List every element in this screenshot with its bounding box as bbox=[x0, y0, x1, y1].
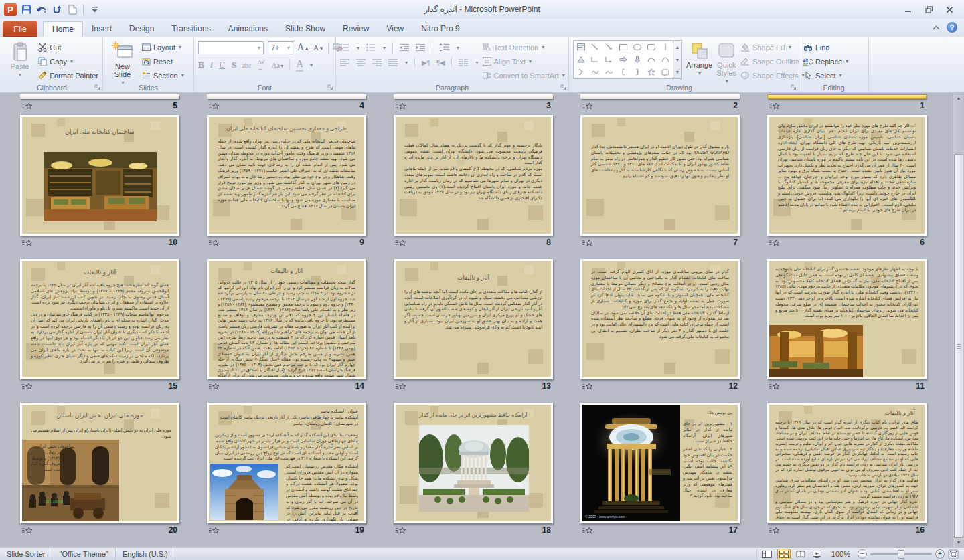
redo-icon[interactable] bbox=[51, 3, 63, 15]
layout-button[interactable]: Layout▾ bbox=[142, 41, 184, 53]
slide-1-selection-edge[interactable] bbox=[767, 94, 927, 99]
slide-15-thumbnail[interactable]: آثار و تالیفات همان گونه که اشاره شد، هی… bbox=[20, 259, 179, 379]
shapes-gallery[interactable] bbox=[573, 40, 673, 79]
font-dialog-launcher-icon[interactable] bbox=[327, 84, 333, 90]
transition-star-icon[interactable] bbox=[396, 239, 406, 246]
transition-star-icon[interactable] bbox=[582, 383, 593, 390]
minimize-ribbon-icon[interactable] bbox=[933, 25, 940, 30]
scroll-up-icon[interactable]: ▲ bbox=[953, 93, 964, 103]
slide-sorter-canvas[interactable]: 5 4 3 2 1 bbox=[0, 93, 964, 547]
zoom-slider[interactable] bbox=[870, 553, 932, 555]
scroll-down-icon[interactable]: ▼ bbox=[953, 537, 964, 547]
fit-to-window-button[interactable] bbox=[948, 549, 959, 559]
undo-icon[interactable] bbox=[35, 3, 48, 15]
slide-cell-8: یادگار برجسته و مهم گدار که با گذشت نزدی… bbox=[391, 115, 578, 259]
tab-slide-show[interactable]: Slide Show bbox=[276, 21, 334, 37]
reset-button[interactable]: Reset bbox=[142, 56, 184, 67]
transition-star-icon[interactable] bbox=[769, 239, 780, 246]
slide-side-text: آتشکده مکان مقدس زرتشتیان است که همواره … bbox=[286, 464, 358, 519]
qat-customize-dropdown-icon[interactable] bbox=[88, 3, 100, 15]
slide-8-thumbnail[interactable]: یادگار برجسته و مهم گدار که با گذشت نزدی… bbox=[394, 115, 553, 236]
paragraph-dialog-launcher-icon[interactable] bbox=[560, 84, 566, 90]
new-slide-button[interactable]: New Slide▾ bbox=[107, 40, 138, 87]
transition-star-icon[interactable] bbox=[582, 239, 593, 246]
save-icon[interactable] bbox=[20, 3, 32, 15]
slide-sorter-view-button[interactable] bbox=[777, 549, 791, 559]
transition-star-icon[interactable] bbox=[22, 383, 33, 390]
transition-star-icon[interactable] bbox=[582, 527, 593, 534]
tab-view[interactable]: View bbox=[378, 21, 412, 37]
tab-design[interactable]: Design bbox=[120, 21, 163, 37]
slide-16-thumbnail[interactable]: آثار و تالیفات طاق های ایرانی، نام کتاب … bbox=[767, 403, 927, 523]
slide-6-thumbnail[interactable]: "... اگر چه کلیه طرح های مورد نظر خود را… bbox=[767, 115, 927, 236]
transition-star-icon[interactable] bbox=[582, 102, 593, 110]
transition-star-icon[interactable] bbox=[22, 239, 33, 246]
scrollbar-thumb[interactable] bbox=[954, 154, 963, 538]
slide-20-thumbnail[interactable]: موزه ملی ایران بخش ایران باستان موزه ملی… bbox=[20, 403, 179, 523]
slide-9-thumbnail[interactable]: طراحی و معماری نخستین ساختمان کتابخانه م… bbox=[207, 115, 366, 236]
transition-star-icon[interactable] bbox=[769, 383, 780, 390]
transition-star-icon[interactable] bbox=[209, 527, 220, 534]
slide-5-bottom-edge[interactable] bbox=[20, 94, 179, 99]
copy-button[interactable]: Copy▾ bbox=[38, 56, 98, 67]
close-button[interactable] bbox=[941, 3, 959, 15]
tab-review[interactable]: Review bbox=[334, 21, 378, 37]
ribbon: Paste▾ Cut Copy▾ Format Painter Clipboar… bbox=[0, 37, 964, 93]
transition-star-icon[interactable] bbox=[209, 383, 220, 390]
zoom-in-button[interactable]: + bbox=[935, 549, 945, 559]
vertical-scrollbar[interactable]: ▲ ▼ bbox=[953, 93, 964, 547]
reading-view-button[interactable] bbox=[794, 549, 807, 559]
transition-star-icon[interactable] bbox=[396, 102, 406, 110]
slide-10-thumbnail[interactable]: ساختمان کتابخانه ملی ایران bbox=[20, 115, 179, 236]
slide-number: 14 bbox=[355, 381, 364, 391]
tab-transitions[interactable]: Transitions bbox=[163, 21, 219, 37]
slide-18-thumbnail[interactable]: آرامگاه حافظ مشهورترین اثر بر جای مانده … bbox=[394, 403, 553, 523]
slide-7-thumbnail[interactable]: یار و مشوق گدار در طول دوران اقامت او در… bbox=[580, 115, 740, 236]
slide-13-thumbnail[interactable]: آثار و تالیفات از گدار، کتاب ها و مقالات… bbox=[394, 259, 553, 379]
slide-12-thumbnail[interactable]: گدار در نمای بیرونی ساختمان موزه، از اتا… bbox=[580, 259, 740, 379]
section-button[interactable]: Section▾ bbox=[142, 70, 184, 81]
find-button[interactable]: Find bbox=[803, 41, 848, 53]
replace-button[interactable]: abac Replace▾ bbox=[803, 56, 848, 67]
restore-button[interactable] bbox=[920, 3, 938, 15]
slide-2-bottom-edge[interactable] bbox=[580, 94, 740, 99]
transition-star-icon[interactable] bbox=[209, 239, 220, 246]
format-painter-button[interactable]: Format Painter bbox=[38, 70, 98, 81]
transition-star-icon[interactable] bbox=[769, 102, 780, 110]
slide-11-thumbnail[interactable]: با توجه به اظهار نظرهای موجود، نقشه نخست… bbox=[767, 259, 927, 379]
drawing-dialog-launcher-icon[interactable] bbox=[791, 84, 797, 90]
tab-insert[interactable]: Insert bbox=[83, 21, 120, 37]
transition-star-icon[interactable] bbox=[396, 383, 406, 390]
slide-show-view-button[interactable] bbox=[811, 549, 824, 559]
status-language-label[interactable]: English (U.S.) bbox=[116, 548, 175, 560]
zoom-level-label[interactable]: 100% bbox=[827, 550, 854, 558]
clipboard-dialog-launcher-icon[interactable] bbox=[94, 84, 100, 90]
slide-4-bottom-edge[interactable] bbox=[207, 94, 366, 99]
transition-star-icon[interactable] bbox=[22, 102, 33, 110]
transition-star-icon[interactable] bbox=[769, 527, 780, 534]
file-tab[interactable]: File bbox=[3, 21, 37, 37]
select-button[interactable]: Select▾ bbox=[803, 70, 848, 81]
tab-home[interactable]: Home bbox=[43, 21, 83, 37]
help-icon[interactable]: ? bbox=[947, 22, 957, 33]
shapes-gallery-scroll[interactable]: ▲▼▼́ bbox=[673, 40, 682, 79]
powerpoint-logo-icon[interactable]: P bbox=[4, 3, 17, 16]
minimize-button[interactable] bbox=[899, 3, 917, 15]
cut-button[interactable]: Cut bbox=[38, 41, 98, 53]
zoom-slider-thumb[interactable] bbox=[898, 550, 904, 559]
slide-3-bottom-edge[interactable] bbox=[394, 94, 553, 99]
slide-17-thumbnail[interactable]: © 2007 - www.amiryix.com پی نویس ها: ۱ .… bbox=[580, 403, 740, 523]
normal-view-button[interactable] bbox=[760, 549, 774, 559]
transition-star-icon[interactable] bbox=[209, 102, 220, 110]
transition-star-icon[interactable] bbox=[396, 527, 406, 534]
status-theme-label[interactable]: "Office Theme" bbox=[52, 548, 115, 560]
status-view-label[interactable]: Slide Sorter bbox=[0, 548, 52, 560]
transition-star-icon[interactable] bbox=[22, 527, 33, 534]
tab-animations[interactable]: Animations bbox=[220, 21, 276, 37]
zoom-out-button[interactable]: − bbox=[858, 549, 867, 559]
arrange-button[interactable]: Arrange▾ bbox=[686, 40, 712, 78]
slide-14-thumbnail[interactable]: آثار و تالیفات گدار نتیجه تحقیقات و مطال… bbox=[207, 259, 366, 379]
new-document-icon[interactable] bbox=[66, 3, 78, 15]
tab-nitro-pro[interactable]: Nitro Pro 9 bbox=[412, 21, 468, 37]
slide-19-thumbnail[interactable]: عنوان : آتشکده نیاسر آتشکده نیاسر یا چها… bbox=[207, 403, 366, 523]
